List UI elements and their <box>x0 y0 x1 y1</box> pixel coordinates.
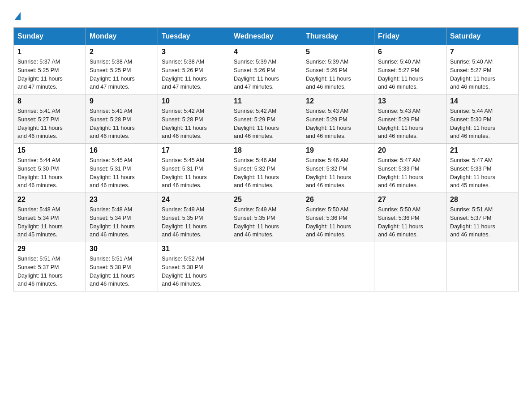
day-info: Sunrise: 5:38 AMSunset: 5:26 PMDaylight:… <box>162 58 226 91</box>
col-header-sunday: Sunday <box>14 28 86 45</box>
calendar-cell: 21Sunrise: 5:47 AMSunset: 5:33 PMDayligh… <box>446 144 519 193</box>
day-info: Sunrise: 5:38 AMSunset: 5:25 PMDaylight:… <box>90 58 154 91</box>
day-info: Sunrise: 5:46 AMSunset: 5:32 PMDaylight:… <box>306 156 370 190</box>
calendar-week-row: 29Sunrise: 5:51 AMSunset: 5:37 PMDayligh… <box>14 242 519 291</box>
calendar-cell: 9Sunrise: 5:41 AMSunset: 5:28 PMDaylight… <box>86 94 158 144</box>
calendar-cell: 20Sunrise: 5:47 AMSunset: 5:33 PMDayligh… <box>374 144 446 193</box>
day-info: Sunrise: 5:45 AMSunset: 5:31 PMDaylight:… <box>162 156 226 190</box>
calendar-week-row: 15Sunrise: 5:44 AMSunset: 5:30 PMDayligh… <box>14 144 519 193</box>
calendar-cell: 25Sunrise: 5:49 AMSunset: 5:35 PMDayligh… <box>230 193 302 242</box>
day-number: 16 <box>90 146 154 154</box>
calendar-cell: 31Sunrise: 5:52 AMSunset: 5:38 PMDayligh… <box>158 242 230 291</box>
calendar-cell: 18Sunrise: 5:46 AMSunset: 5:32 PMDayligh… <box>230 144 302 193</box>
col-header-tuesday: Tuesday <box>158 28 230 45</box>
day-number: 23 <box>90 196 154 204</box>
calendar-header-row: SundayMondayTuesdayWednesdayThursdayFrid… <box>14 28 519 45</box>
day-info: Sunrise: 5:51 AMSunset: 5:37 PMDaylight:… <box>17 255 82 288</box>
calendar-cell: 24Sunrise: 5:49 AMSunset: 5:35 PMDayligh… <box>158 193 230 242</box>
day-number: 24 <box>162 196 226 204</box>
calendar-week-row: 22Sunrise: 5:48 AMSunset: 5:34 PMDayligh… <box>14 193 519 242</box>
calendar-cell: 15Sunrise: 5:44 AMSunset: 5:30 PMDayligh… <box>14 144 86 193</box>
day-number: 20 <box>378 146 442 154</box>
day-info: Sunrise: 5:44 AMSunset: 5:30 PMDaylight:… <box>17 156 82 190</box>
calendar-cell: 12Sunrise: 5:43 AMSunset: 5:29 PMDayligh… <box>302 94 374 144</box>
day-number: 3 <box>162 48 226 56</box>
day-info: Sunrise: 5:48 AMSunset: 5:34 PMDaylight:… <box>90 206 154 239</box>
logo-triangle-icon <box>14 12 21 20</box>
calendar-week-row: 8Sunrise: 5:41 AMSunset: 5:27 PMDaylight… <box>14 94 519 144</box>
day-info: Sunrise: 5:43 AMSunset: 5:29 PMDaylight:… <box>306 107 370 141</box>
calendar-cell: 28Sunrise: 5:51 AMSunset: 5:37 PMDayligh… <box>446 193 519 242</box>
day-info: Sunrise: 5:47 AMSunset: 5:33 PMDaylight:… <box>378 156 442 190</box>
day-info: Sunrise: 5:42 AMSunset: 5:28 PMDaylight:… <box>162 107 226 141</box>
calendar-cell: 14Sunrise: 5:44 AMSunset: 5:30 PMDayligh… <box>446 94 519 144</box>
day-info: Sunrise: 5:44 AMSunset: 5:30 PMDaylight:… <box>450 107 515 141</box>
day-info: Sunrise: 5:50 AMSunset: 5:36 PMDaylight:… <box>378 206 442 239</box>
calendar-cell <box>374 242 446 291</box>
calendar-cell: 2Sunrise: 5:38 AMSunset: 5:25 PMDaylight… <box>86 45 158 94</box>
calendar-cell: 23Sunrise: 5:48 AMSunset: 5:34 PMDayligh… <box>86 193 158 242</box>
calendar-week-row: 1Sunrise: 5:37 AMSunset: 5:25 PMDaylight… <box>14 45 519 94</box>
day-info: Sunrise: 5:47 AMSunset: 5:33 PMDaylight:… <box>450 156 515 190</box>
calendar-cell: 17Sunrise: 5:45 AMSunset: 5:31 PMDayligh… <box>158 144 230 193</box>
day-info: Sunrise: 5:42 AMSunset: 5:29 PMDaylight:… <box>234 107 298 141</box>
day-number: 8 <box>17 97 82 105</box>
calendar-cell: 8Sunrise: 5:41 AMSunset: 5:27 PMDaylight… <box>14 94 86 144</box>
day-info: Sunrise: 5:50 AMSunset: 5:36 PMDaylight:… <box>306 206 370 239</box>
calendar-cell: 13Sunrise: 5:43 AMSunset: 5:29 PMDayligh… <box>374 94 446 144</box>
calendar-cell: 6Sunrise: 5:40 AMSunset: 5:27 PMDaylight… <box>374 45 446 94</box>
day-info: Sunrise: 5:41 AMSunset: 5:27 PMDaylight:… <box>17 107 82 141</box>
day-number: 10 <box>162 97 226 105</box>
page-header <box>13 9 519 19</box>
day-number: 15 <box>17 146 82 154</box>
calendar-table: SundayMondayTuesdayWednesdayThursdayFrid… <box>13 27 519 291</box>
day-number: 30 <box>90 245 154 253</box>
calendar-cell <box>446 242 519 291</box>
day-number: 4 <box>234 48 298 56</box>
col-header-wednesday: Wednesday <box>230 28 302 45</box>
calendar-cell <box>302 242 374 291</box>
calendar-cell <box>230 242 302 291</box>
day-info: Sunrise: 5:49 AMSunset: 5:35 PMDaylight:… <box>162 206 226 239</box>
calendar-cell: 27Sunrise: 5:50 AMSunset: 5:36 PMDayligh… <box>374 193 446 242</box>
day-number: 6 <box>378 48 442 56</box>
day-info: Sunrise: 5:51 AMSunset: 5:37 PMDaylight:… <box>450 206 515 239</box>
day-info: Sunrise: 5:37 AMSunset: 5:25 PMDaylight:… <box>17 58 82 91</box>
day-number: 26 <box>306 196 370 204</box>
day-info: Sunrise: 5:45 AMSunset: 5:31 PMDaylight:… <box>90 156 154 190</box>
col-header-thursday: Thursday <box>302 28 374 45</box>
calendar-cell: 4Sunrise: 5:39 AMSunset: 5:26 PMDaylight… <box>230 45 302 94</box>
calendar-cell: 3Sunrise: 5:38 AMSunset: 5:26 PMDaylight… <box>158 45 230 94</box>
calendar-cell: 1Sunrise: 5:37 AMSunset: 5:25 PMDaylight… <box>14 45 86 94</box>
day-number: 19 <box>306 146 370 154</box>
calendar-cell: 16Sunrise: 5:45 AMSunset: 5:31 PMDayligh… <box>86 144 158 193</box>
day-number: 9 <box>90 97 154 105</box>
calendar-cell: 26Sunrise: 5:50 AMSunset: 5:36 PMDayligh… <box>302 193 374 242</box>
day-info: Sunrise: 5:52 AMSunset: 5:38 PMDaylight:… <box>162 255 226 288</box>
day-number: 13 <box>378 97 442 105</box>
day-info: Sunrise: 5:46 AMSunset: 5:32 PMDaylight:… <box>234 156 298 190</box>
calendar-cell: 19Sunrise: 5:46 AMSunset: 5:32 PMDayligh… <box>302 144 374 193</box>
day-info: Sunrise: 5:43 AMSunset: 5:29 PMDaylight:… <box>378 107 442 141</box>
calendar-cell: 22Sunrise: 5:48 AMSunset: 5:34 PMDayligh… <box>14 193 86 242</box>
day-number: 17 <box>162 146 226 154</box>
day-number: 27 <box>378 196 442 204</box>
calendar-cell: 7Sunrise: 5:40 AMSunset: 5:27 PMDaylight… <box>446 45 519 94</box>
day-number: 2 <box>90 48 154 56</box>
calendar-cell: 29Sunrise: 5:51 AMSunset: 5:37 PMDayligh… <box>14 242 86 291</box>
day-info: Sunrise: 5:41 AMSunset: 5:28 PMDaylight:… <box>90 107 154 141</box>
day-number: 22 <box>17 196 82 204</box>
day-number: 29 <box>17 245 82 253</box>
day-number: 14 <box>450 97 515 105</box>
day-info: Sunrise: 5:49 AMSunset: 5:35 PMDaylight:… <box>234 206 298 239</box>
day-number: 25 <box>234 196 298 204</box>
logo <box>13 9 21 19</box>
day-number: 31 <box>162 245 226 253</box>
day-info: Sunrise: 5:40 AMSunset: 5:27 PMDaylight:… <box>450 58 515 91</box>
calendar-cell: 11Sunrise: 5:42 AMSunset: 5:29 PMDayligh… <box>230 94 302 144</box>
col-header-friday: Friday <box>374 28 446 45</box>
day-info: Sunrise: 5:39 AMSunset: 5:26 PMDaylight:… <box>234 58 298 91</box>
day-number: 1 <box>17 48 82 56</box>
calendar-cell: 10Sunrise: 5:42 AMSunset: 5:28 PMDayligh… <box>158 94 230 144</box>
day-info: Sunrise: 5:48 AMSunset: 5:34 PMDaylight:… <box>17 206 82 239</box>
